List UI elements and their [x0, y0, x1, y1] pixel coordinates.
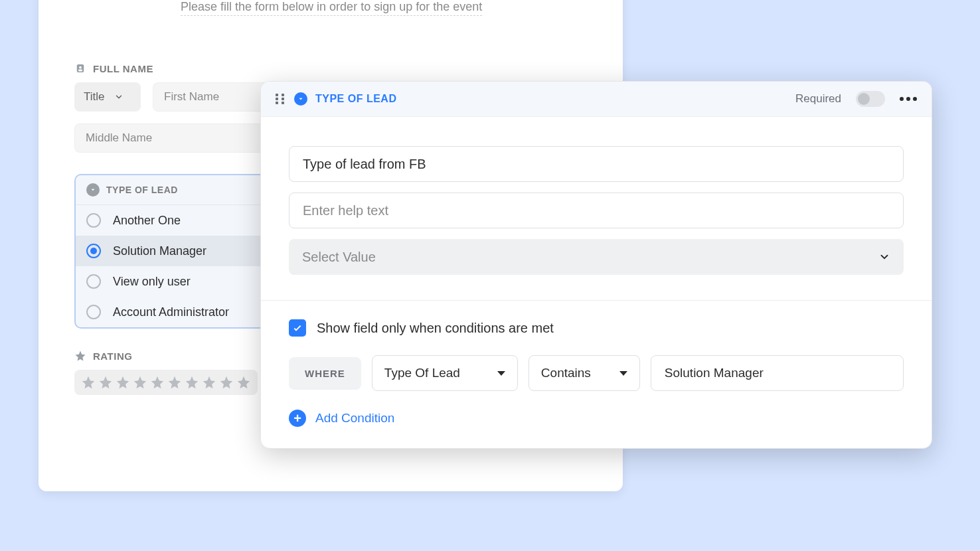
- select-value-dropdown[interactable]: Select Value: [289, 239, 904, 275]
- help-text-input[interactable]: [289, 193, 904, 228]
- star-icon: [167, 375, 182, 390]
- plus-circle-icon: +: [289, 410, 306, 427]
- star-icon: [185, 375, 199, 390]
- where-operator-select[interactable]: Contains: [529, 355, 640, 391]
- chevron-down-icon: [114, 92, 123, 102]
- more-menu-icon[interactable]: [900, 97, 917, 101]
- radio-icon: [86, 274, 101, 289]
- drag-handle-icon[interactable]: [276, 94, 286, 104]
- full-name-label: FULL NAME: [93, 63, 153, 74]
- select-value-placeholder: Select Value: [302, 250, 376, 265]
- star-icon: [150, 375, 165, 390]
- form-subtitle: Please fill the form below in order to s…: [181, 0, 482, 16]
- star-icon: [202, 375, 216, 390]
- chevron-down-icon: [878, 251, 890, 263]
- editor-title: TYPE OF LEAD: [315, 93, 396, 105]
- type-of-lead-label: TYPE OF LEAD: [106, 185, 178, 195]
- add-condition-button[interactable]: + Add Condition: [289, 410, 904, 427]
- conditions-checkbox-row[interactable]: Show field only when conditions are met: [289, 319, 904, 337]
- editor-header: TYPE OF LEAD Required: [261, 82, 932, 117]
- star-icon: [81, 375, 96, 390]
- required-toggle[interactable]: [856, 91, 885, 107]
- field-editor-popover: TYPE OF LEAD Required Select Value: [260, 81, 932, 449]
- where-value-input[interactable]: [651, 355, 904, 391]
- rating-stars[interactable]: [74, 370, 258, 395]
- conditions-label: Show field only when conditions are met: [317, 321, 554, 336]
- title-select-label: Title: [84, 90, 105, 104]
- chevron-circle-icon: [86, 183, 100, 197]
- rating-label: RATING: [93, 351, 132, 362]
- caret-down-icon: [619, 371, 627, 376]
- radio-icon: [86, 213, 101, 228]
- editor-body: Select Value Show field only when condit…: [261, 117, 932, 448]
- add-condition-label: Add Condition: [315, 411, 394, 426]
- star-icon: [133, 375, 147, 390]
- caret-down-icon: [497, 371, 505, 376]
- where-field-label: Type Of Lead: [384, 366, 460, 380]
- condition-row: WHERE Type Of Lead Contains: [289, 355, 904, 391]
- chevron-circle-icon: [294, 92, 307, 106]
- where-badge: WHERE: [289, 357, 361, 390]
- person-icon: [74, 62, 86, 74]
- star-icon: [116, 375, 130, 390]
- star-icon: [74, 350, 86, 362]
- divider: [261, 300, 932, 301]
- title-select[interactable]: Title: [74, 82, 141, 112]
- display-name-input[interactable]: [289, 146, 904, 182]
- star-icon: [236, 375, 251, 390]
- radio-label: Another One: [113, 214, 181, 228]
- svg-rect-2: [78, 70, 82, 72]
- radio-label: View only user: [113, 275, 191, 289]
- checkbox-checked-icon: [289, 319, 306, 337]
- svg-point-1: [79, 66, 82, 69]
- full-name-header: FULL NAME: [74, 62, 587, 74]
- star-icon: [219, 375, 234, 390]
- radio-icon: [86, 305, 101, 319]
- required-label: Required: [795, 92, 841, 106]
- radio-icon: [86, 244, 101, 258]
- where-operator-label: Contains: [541, 366, 591, 380]
- where-field-select[interactable]: Type Of Lead: [372, 355, 518, 391]
- radio-label: Solution Manager: [113, 244, 206, 258]
- star-icon: [98, 375, 113, 390]
- radio-label: Account Administrator: [113, 305, 229, 319]
